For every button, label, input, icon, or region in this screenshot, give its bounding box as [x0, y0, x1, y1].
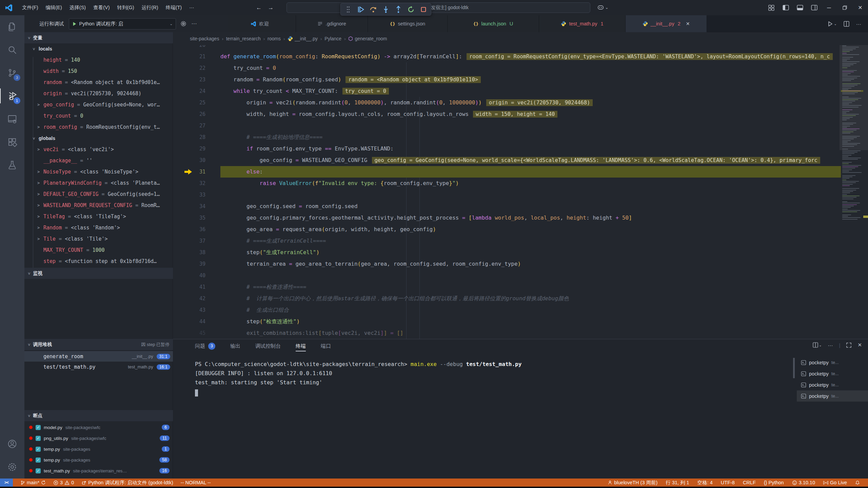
breakpoint-row[interactable]: ✓png_utils.pysite-packages\wfc11: [24, 433, 173, 444]
variable-row[interactable]: >DEFAULT_GEO_CONFIG = GeoConfig(seed=1…: [24, 189, 173, 200]
status-item[interactable]: 30: [53, 480, 74, 485]
breakpoint-row[interactable]: ✓temp.pysite-packages58: [24, 454, 173, 465]
breakpoint-checkbox[interactable]: ✓: [36, 458, 41, 463]
copilot-icon[interactable]: ⌄: [597, 0, 608, 15]
breakpoints-section-header[interactable]: >断点: [24, 410, 173, 421]
variable-row[interactable]: MAX_TRY_COUNT = 1000: [24, 245, 173, 256]
breakpoint-checkbox[interactable]: ✓: [36, 468, 41, 473]
breakpoint-row[interactable]: ✓temp.pysite-packages1: [24, 444, 173, 454]
breadcrumb-item[interactable]: rooms: [268, 36, 281, 41]
call-stack-frame[interactable]: test/test_math.pytest_math.py16:1: [24, 362, 173, 372]
breakpoint-checkbox[interactable]: ✓: [36, 436, 41, 441]
menu-item[interactable]: 转到(G): [114, 0, 138, 15]
toggle-secondary-sidebar-icon[interactable]: [807, 0, 821, 15]
menu-item[interactable]: 编辑(E): [42, 0, 66, 15]
variable-row[interactable]: width = 150: [24, 66, 173, 77]
remote-indicator[interactable]: ><: [0, 479, 13, 487]
toggle-sidebar-icon[interactable]: [778, 0, 793, 15]
call-stack-section-header[interactable]: >调用堆栈因 step 已暂停: [24, 339, 173, 350]
panel-scrollbar[interactable]: [793, 358, 795, 378]
breadcrumb-item[interactable]: __init__.py: [288, 36, 318, 41]
run-file-button[interactable]: ⌄: [827, 21, 837, 27]
sidebar-icon-testing[interactable]: [0, 154, 24, 177]
menu-item[interactable]: 文件(F): [18, 0, 42, 15]
close-panel-icon[interactable]: ✕: [857, 342, 862, 348]
variable-row[interactable]: >Tile = <class 'Tile'>: [24, 233, 173, 245]
panel-tab-输出[interactable]: 输出: [230, 339, 240, 353]
status-item[interactable]: main*: [20, 480, 46, 485]
sidebar-icon-remote-explorer[interactable]: [0, 107, 24, 130]
tab-__init__.py[interactable]: __init__.py2✕: [626, 15, 707, 32]
breakpoint-row[interactable]: ✓model.pysite-packages\wfc6: [24, 422, 173, 433]
step-out-button[interactable]: [393, 4, 404, 15]
variables-section-header[interactable]: >变量: [24, 32, 173, 43]
variable-row[interactable]: >room_config = RoomRequestConfig(env_t…: [24, 122, 173, 133]
variable-row[interactable]: origin = vec2i(7205730, 9024468): [24, 88, 173, 99]
tab-settings.json[interactable]: {}settings.json: [368, 15, 448, 32]
customize-layout-icon[interactable]: [764, 0, 778, 15]
more-actions-icon[interactable]: ···: [856, 21, 861, 27]
variable-row[interactable]: >Random = <class 'Random'>: [24, 222, 173, 233]
sidebar-icon-source-control[interactable]: 3: [0, 61, 24, 84]
terminal-list-item[interactable]: pocketpyte...: [797, 379, 868, 390]
back-arrow-icon[interactable]: ←: [256, 4, 262, 11]
variable-row[interactable]: step = <function step at 0x1bf8d716d…: [24, 256, 173, 267]
terminal-list-item[interactable]: pocketpyte...: [797, 357, 868, 368]
status-item[interactable]: Go Live: [823, 480, 847, 485]
status-item[interactable]: 空格: 4: [697, 480, 713, 486]
variable-row[interactable]: >PlanetaryWindConfig = <class 'Planeta…: [24, 178, 173, 189]
breakpoint-checkbox[interactable]: ✓: [36, 425, 41, 430]
terminal-output[interactable]: PS C:\computer_science\godot-ldtk\site-p…: [195, 360, 521, 387]
status-item[interactable]: {} Python: [764, 480, 784, 485]
variable-row[interactable]: >NoiseType = <class 'NoiseType'>: [24, 166, 173, 178]
variable-group[interactable]: >globals: [24, 133, 173, 144]
sidebar-icon-search[interactable]: [0, 38, 24, 61]
variable-row[interactable]: height = 140: [24, 55, 173, 66]
sidebar-icon-explorer[interactable]: [0, 15, 24, 38]
panel-tab-端口[interactable]: 端口: [321, 339, 331, 353]
start-debug-icon[interactable]: [72, 21, 77, 26]
menu-item[interactable]: 终端(T): [162, 0, 186, 15]
status-item[interactable]: [855, 480, 860, 485]
split-terminal-icon[interactable]: ⌄: [813, 342, 822, 348]
status-item[interactable]: -- NORMAL --: [181, 480, 211, 485]
breadcrumb-item[interactable]: generate_room: [348, 36, 387, 41]
toggle-panel-icon[interactable]: [793, 0, 807, 15]
variable-row[interactable]: try_count = 0: [24, 110, 173, 122]
breadcrumb-item[interactable]: site-packages: [190, 36, 219, 41]
variable-row[interactable]: __package__ = '': [24, 155, 173, 166]
call-stack-frame[interactable]: generate_room__init__.py31:1: [24, 351, 173, 362]
status-item[interactable]: 行 31, 列 1: [666, 480, 689, 486]
sidebar-icon-settings[interactable]: [0, 455, 24, 479]
tab-欢迎[interactable]: 欢迎: [224, 15, 296, 32]
menu-item[interactable]: 选择(S): [66, 0, 90, 15]
sidebar-icon-run-debug[interactable]: 1: [0, 84, 24, 107]
watch-section-header[interactable]: >监视: [24, 268, 173, 279]
sidebar-icon-extensions[interactable]: [0, 130, 24, 154]
variable-group[interactable]: >locals: [24, 43, 173, 55]
step-into-button[interactable]: [380, 4, 392, 15]
minimize-button[interactable]: ─: [821, 0, 837, 15]
variable-row[interactable]: >TileTag = <class 'TileTag'>: [24, 211, 173, 222]
menu-item[interactable]: 查看(V): [90, 0, 113, 15]
panel-tab-调试控制台[interactable]: 调试控制台: [255, 339, 281, 353]
status-item[interactable]: Python 调试程序: 启动文件 (godot-ldtk): [81, 480, 173, 486]
maximize-panel-icon[interactable]: [846, 343, 851, 348]
step-over-button[interactable]: [368, 4, 379, 15]
tab-close-icon[interactable]: ✕: [686, 21, 690, 26]
menu-item[interactable]: 运行(R): [138, 0, 162, 15]
split-editor-icon[interactable]: [844, 21, 849, 27]
gear-icon[interactable]: [180, 20, 187, 27]
variable-row[interactable]: >geo_config = GeoConfig(seed=None, wor…: [24, 99, 173, 110]
terminal-list-item[interactable]: pocketpyte...: [797, 390, 868, 402]
breadcrumb-item[interactable]: Pylance: [324, 36, 341, 41]
debug-config-dropdown[interactable]: Python 调试程序: 启 ⌄: [69, 18, 176, 29]
panel-tab-终端[interactable]: 终端: [296, 339, 306, 353]
tab-test_math.py[interactable]: test_math.py1: [539, 15, 626, 32]
variable-row[interactable]: random = <Random object at 0x1bf9d01e…: [24, 77, 173, 88]
breadcrumb-item[interactable]: terrain_research: [226, 36, 261, 41]
command-center-search[interactable]: [扩展开发宿主] godot-ldtk: [287, 2, 590, 13]
more-actions-icon[interactable]: ···: [828, 342, 833, 348]
status-item[interactable]: CRLF: [743, 480, 756, 485]
code-editor[interactable]: 2021def generate_room(room_config: RoomR…: [173, 45, 868, 339]
